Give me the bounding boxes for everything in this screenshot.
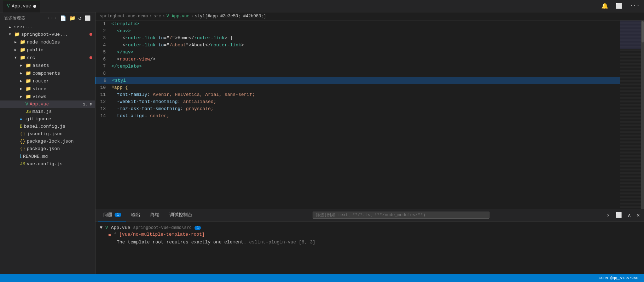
close-panel-icon[interactable]: ✕ [635,211,641,219]
main-layout: 资源管理器 ··· 📄 📁 ↺ ⬜ ▶ SPRI... ▼ 📁 springbo… [0,12,644,274]
error-location-label: [6, 3] [299,240,315,245]
top-bar-icons: 🔔 ⬜ ··· [600,2,641,10]
new-folder-icon[interactable]: 📁 [69,15,76,21]
error-item-1: ✖ ^ [vue/no-multiple-template-root] [100,231,640,239]
new-file-icon[interactable]: 📄 [60,15,66,21]
error-detail-1: The template root requires exactly one e… [100,239,640,246]
bottom-panel: 问题 1 输出 终端 调试控制台 ⚡ ⬜ [95,209,644,274]
breadcrumb-sep-2: › [163,14,165,19]
line-num-10: 10 [95,84,111,91]
error-group-app-vue: ▼ V App.vue springboot-vue-demo\src 1 ✖ … [95,223,644,247]
breadcrumb-project: springboot-vue-demo [100,14,148,19]
error-file-header[interactable]: ▼ V App.vue springboot-vue-demo\src 1 [100,224,640,231]
copy-icon[interactable]: ⬜ [614,211,623,219]
expand-arrow-assets: ▶ [18,63,24,68]
sidebar-item-vue-config[interactable]: JS vue.config.js [0,160,95,168]
tab-label: App.vue [12,4,31,9]
sidebar-label-components: components [33,71,95,76]
filter-input[interactable] [313,212,489,219]
code-line-11: 11 font-family: Avenir, Helvetica, Arial… [95,91,620,98]
line-num-6: 6 [95,56,111,63]
sidebar: 资源管理器 ··· 📄 📁 ↺ ⬜ ▶ SPRI... ▼ 📁 springbo… [0,12,95,274]
sidebar-item-gitignore[interactable]: ◆ .gitignore [0,115,95,123]
error-expand-icon[interactable]: ^ [114,232,116,236]
line-content-2: <nav> [111,28,620,35]
line-content-6: <router-view/> [111,56,620,63]
sidebar-label-node-modules: node_modules [27,40,95,45]
sidebar-item-jsconfig[interactable]: {} jsconfig.json [0,130,95,138]
panel-tab-terminal[interactable]: 终端 [145,209,164,221]
line-num-12: 12 [95,98,111,105]
code-line-9: 9 <styl [95,77,620,84]
sidebar-item-router[interactable]: ▶ 📁 router [0,77,95,85]
panel-tab-issues-label: 问题 [103,212,112,218]
sidebar-item-root[interactable]: ▶ SPRI... [0,24,95,30]
error-description: The template root requires exactly one e… [117,240,246,245]
panel-tab-issues[interactable]: 问题 1 [98,209,126,221]
line-content-9: <styl [112,77,620,84]
panel-tab-debug-label: 调试控制台 [169,212,192,218]
error-code-label: [vue/no-multiple-template-root] [119,232,205,237]
code-line-5: 5 </nav> [95,49,620,56]
folder-icon-springboot: 📁 [14,31,20,37]
sidebar-item-package-json[interactable]: {} package.json [0,145,95,152]
more-actions-icon[interactable]: ··· [47,15,57,21]
expand-arrow-store: ▶ [18,87,24,91]
json-file-icon-package-lock: {} [20,139,25,144]
sidebar-item-node-modules[interactable]: ▶ 📁 node_modules [0,38,95,46]
expand-arrow-src: ▼ [13,56,18,60]
badge-modified-app-vue: 1, M [83,102,92,107]
line-content-13: -moz-osx-font-smoothing: grayscale; [111,105,620,113]
root-label: SPRI... [14,25,33,29]
layout-icon[interactable]: ⬜ [614,2,624,10]
line-content-11: font-family: Avenir, Helvetica, Arial, s… [111,91,620,98]
more-icon[interactable]: ··· [628,2,641,10]
sidebar-label-springboot-vue: springboot-vue... [21,32,88,37]
md-file-icon-readme: ℹ [20,154,22,159]
code-line-13: 13 -moz-osx-font-smoothing: grayscale; [95,105,620,113]
sidebar-item-components[interactable]: ▶ 📁 components [0,69,95,77]
sidebar-item-src[interactable]: ▼ 📁 src [0,54,95,62]
sidebar-item-readme[interactable]: ℹ README.md [0,152,95,160]
sidebar-title: 资源管理器 [4,16,25,21]
json-file-icon-jsconfig: {} [20,131,25,137]
sidebar-item-store[interactable]: ▶ 📁 store [0,85,95,93]
line-num-5: 5 [95,49,111,56]
notifications-icon[interactable]: 🔔 [600,2,610,10]
collapse-panel-icon[interactable]: ∧ [626,211,632,219]
sidebar-item-springboot-vue[interactable]: ▼ 📁 springboot-vue... [0,30,95,38]
sidebar-item-public[interactable]: ▶ 📁 public [0,46,95,54]
sidebar-label-gitignore: .gitignore [24,116,95,122]
scroll-indicator[interactable] [641,21,644,209]
expand-arrow-node-modules: ▶ [13,40,18,44]
sidebar-item-assets[interactable]: ▶ 📁 assets [0,62,95,69]
folder-icon-public: 📁 [20,47,25,53]
sidebar-label-views: views [33,94,95,99]
error-source-label: eslint-plugin-vue [249,240,296,245]
expand-arrow-public: ▶ [13,48,18,52]
sidebar-item-main-js[interactable]: JS main.js [0,108,95,115]
sidebar-label-package-lock: package-lock.json [27,139,95,144]
error-file-name: App.vue [111,225,130,230]
collapse-icon[interactable]: ⬜ [85,15,91,21]
refresh-icon[interactable]: ↺ [79,15,82,21]
tab-app-vue[interactable]: V App.vue [3,0,40,12]
sidebar-header-icons: ··· 📄 📁 ↺ ⬜ [47,15,91,21]
sidebar-item-package-lock[interactable]: {} package-lock.json [0,138,95,145]
sidebar-item-views[interactable]: ▶ 📁 views [0,93,95,100]
line-content-10: #app { [111,84,620,91]
minimap [620,21,641,209]
panel-tab-output-label: 输出 [131,212,140,218]
modified-dot-src [89,56,92,59]
code-editor[interactable]: 1 <template> 2 <nav> 3 <router-link to="… [95,21,620,209]
sidebar-item-app-vue[interactable]: V App.vue 1, M [0,100,95,108]
sidebar-label-assets: assets [33,63,95,68]
filter-icon[interactable]: ⚡ [605,211,611,219]
sidebar-label-package-json: package.json [27,146,95,151]
folder-icon-assets: 📁 [25,63,31,68]
panel-tab-debug[interactable]: 调试控制台 [164,209,197,221]
filter-input-wrap [313,212,489,219]
sidebar-item-babel-config[interactable]: B babel.config.js [0,123,95,130]
folder-icon-views: 📁 [25,94,31,99]
panel-tab-output[interactable]: 输出 [126,209,145,221]
